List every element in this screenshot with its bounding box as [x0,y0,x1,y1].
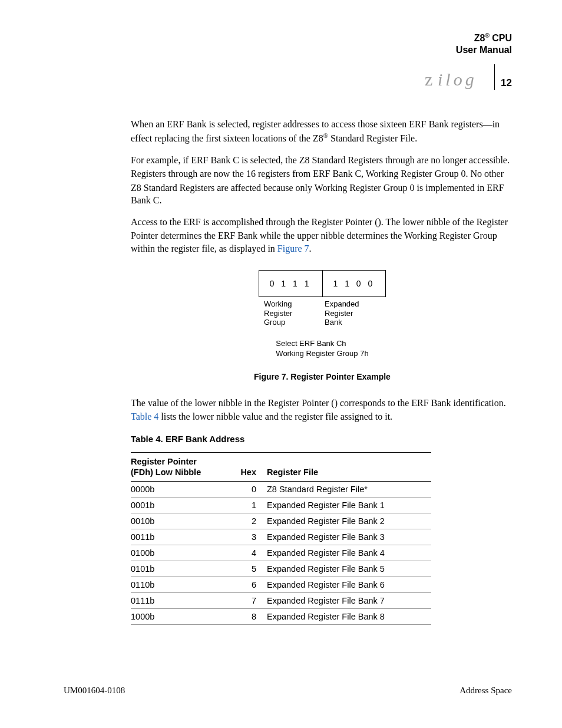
paragraph-1: When an ERF Bank is selected, register a… [131,118,514,145]
text: Bank [325,318,342,327]
text: Register [264,309,292,318]
cell-file: Expanded Register File Bank 4 [267,545,431,561]
cell-nibble: 0001b [131,497,232,513]
cell-nibble: 0011b [131,529,232,545]
text: through [385,155,417,165]
nibble-right: 1 1 0 0 [322,271,386,297]
paragraph-3: Access to the ERF is accomplished throug… [131,216,514,255]
svg-text:z: z [425,70,434,89]
text: lists the lower nibble value and the reg… [158,411,392,421]
cell-hex: 4 [232,545,267,561]
registered-mark: ® [323,132,328,139]
cell-hex: 1 [232,497,267,513]
label-left: Working Register Group [262,299,322,327]
cell-hex: 3 [232,529,267,545]
text: For example, if ERF Bank C is selected, … [131,155,385,165]
table-row: 0011b3Expanded Register File Bank 3 [131,529,431,545]
link-table-4[interactable]: Table 4 [131,411,158,421]
text: When an ERF Bank is selected, register a… [131,119,322,129]
table-4: Register Pointer (FDh) Low Nibble Hex Re… [131,452,431,625]
register-pointer-diagram: 0 1 1 1 1 1 0 0 [259,270,386,297]
figure-caption-lines: Select ERF Bank Ch Working Register Grou… [276,339,368,359]
figure-7: 0 1 1 1 1 1 0 0 Working Register Group E… [131,270,514,381]
cell-file: Expanded Register File Bank 1 [267,497,431,513]
table-header-row: Register Pointer (FDh) Low Nibble Hex Re… [131,452,431,481]
table-row: 0100b4Expanded Register File Bank 4 [131,545,431,561]
text: to [322,119,331,129]
cell-hex: 8 [232,608,267,624]
cell-file: Expanded Register File Bank 7 [267,592,431,608]
product-suffix: CPU [490,33,512,43]
cell-nibble: 0101b [131,561,232,577]
text: (FDh) Low Nibble [131,467,201,477]
cell-file: Expanded Register File Bank 8 [267,608,431,624]
cell-hex: 6 [232,577,267,592]
text: Access to the ERF is accomplished throug… [131,217,378,227]
cell-hex: 5 [232,561,267,577]
col-nibble: Register Pointer (FDh) Low Nibble [131,452,232,481]
cell-hex: 2 [232,513,267,529]
cell-file: Expanded Register File Bank 3 [267,529,431,545]
text: through [168,169,200,179]
table-row: 0101b5Expanded Register File Bank 5 [131,561,431,577]
col-hex: Hex [232,452,267,481]
text: Select ERF Bank Ch [276,339,346,348]
text: Expanded [325,299,359,308]
cell-file: Expanded Register File Bank 2 [267,513,431,529]
text: . [309,243,312,253]
page-header: Z8® CPU User Manual z ilog 12 [425,32,512,90]
page-number: 12 [501,77,512,90]
logo-row: z ilog 12 [425,64,512,90]
text: Working [264,299,292,308]
table-row: 0111b7Expanded Register File Bank 7 [131,592,431,608]
cell-file: Expanded Register File Bank 6 [267,577,431,592]
paragraph-2: For example, if ERF Bank C is selected, … [131,154,514,207]
table-row: 0010b2Expanded Register File Bank 2 [131,513,431,529]
figure-title: Figure 7. Register Pointer Example [131,372,514,381]
cell-nibble: 0100b [131,545,232,561]
product-subtitle: User Manual [456,45,512,55]
text: Register Pointer [131,457,197,466]
page-content: When an ERF Bank is selected, register a… [131,118,514,625]
nibble-left: 0 1 1 1 [259,271,322,297]
text: Standard Register File. [328,134,417,144]
cell-nibble: 0010b [131,513,232,529]
table-row: 0110b6Expanded Register File Bank 6 [131,577,431,592]
text: The value of the lower nibble in the Reg… [131,398,335,408]
cell-nibble: 1000b [131,608,232,624]
product-name: Z8 [474,33,485,43]
label-right: Expanded Register Bank [322,299,383,327]
footer-doc-id: UM001604-0108 [64,686,125,696]
cell-nibble: 0000b [131,481,232,497]
table-row: 0001b1Expanded Register File Bank 1 [131,497,431,513]
registered-mark: ® [485,32,489,39]
cell-nibble: 0110b [131,577,232,592]
cell-file: Z8 Standard Register File* [267,481,431,497]
page-footer: UM001604-0108 Address Space [64,686,512,696]
text: ) corresponds to the ERF Bank identifica… [335,398,506,408]
cell-hex: 0 [232,481,267,497]
footer-section: Address Space [459,686,512,696]
table-4-title: Table 4. ERF Bank Address [131,434,514,444]
cell-nibble: 0111b [131,592,232,608]
paragraph-4: The value of the lower nibble in the Reg… [131,397,514,423]
header-separator [494,64,495,90]
text: Working Register Group 7h [276,349,368,358]
cell-hex: 7 [232,592,267,608]
product-title: Z8® CPU User Manual [425,32,512,56]
col-file: Register File [267,452,431,481]
zilog-logo: z ilog [425,69,488,90]
cell-file: Expanded Register File Bank 5 [267,561,431,577]
text: Register [325,309,353,318]
table-row: 1000b8Expanded Register File Bank 8 [131,608,431,624]
text: Group [264,318,285,327]
svg-text:ilog: ilog [438,70,477,89]
nibble-labels: Working Register Group Expanded Register… [262,299,383,327]
link-figure-7[interactable]: Figure 7 [277,243,309,253]
table-row: 0000b0Z8 Standard Register File* [131,481,431,497]
